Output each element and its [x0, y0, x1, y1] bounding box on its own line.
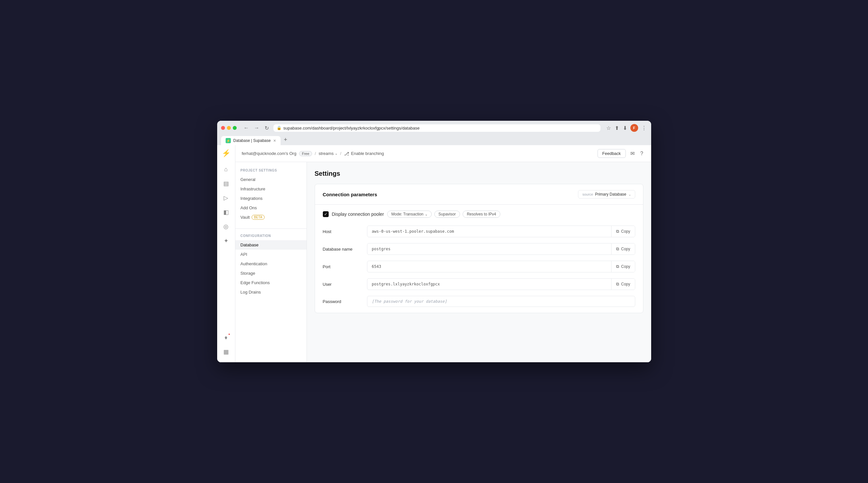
- port-form-field: Port ⧉ Copy: [323, 261, 635, 273]
- sidebar-item-notifications[interactable]: ♦: [219, 331, 232, 344]
- enable-branching-button[interactable]: ⎇ Enable branching: [344, 151, 384, 156]
- maximize-window-button[interactable]: [233, 126, 237, 130]
- org-name: ferhat@quicknode.com's Org: [242, 151, 297, 156]
- notification-badge: [228, 333, 230, 336]
- nav-buttons: ← → ↻: [242, 124, 271, 132]
- user-input-wrapper: ⧉ Copy: [367, 278, 635, 290]
- user-input[interactable]: [367, 279, 612, 289]
- dbname-input-wrapper: ⧉ Copy: [367, 243, 635, 255]
- nav-item-log-drains[interactable]: Log Drains: [236, 287, 307, 297]
- supavisor-badge[interactable]: Supavisor: [434, 210, 460, 218]
- nav-item-edge-functions[interactable]: Edge Functions: [236, 278, 307, 287]
- traffic-lights: [221, 126, 237, 130]
- password-label: Password: [323, 299, 362, 304]
- forward-button[interactable]: →: [252, 124, 261, 132]
- card-header: Connection parameters source Primary Dat…: [315, 184, 643, 205]
- menu-button[interactable]: ⋮: [641, 124, 647, 132]
- browser-actions: ☆ ⬆ ⬇ F ⋮: [606, 124, 647, 132]
- settings-nav: PROJECT SETTINGS General Infrastructure …: [236, 162, 307, 362]
- host-form-field: Host ⧉ Copy: [323, 226, 635, 237]
- dbname-copy-button[interactable]: ⧉ Copy: [611, 244, 634, 255]
- user-form-field: User ⧉ Copy: [323, 278, 635, 290]
- header-right: Feedback ✉ ?: [597, 149, 645, 158]
- copy-icon-2: ⧉: [616, 246, 619, 252]
- password-input-wrapper: [367, 296, 635, 307]
- nav-item-api[interactable]: API: [236, 250, 307, 259]
- tab-favicon: ⚡: [226, 138, 231, 143]
- mode-transaction-button[interactable]: Mode: Transaction ⌄: [387, 210, 432, 218]
- breadcrumb-sep-2: /: [340, 151, 341, 156]
- user-copy-button[interactable]: ⧉ Copy: [611, 279, 634, 290]
- close-window-button[interactable]: [221, 126, 225, 130]
- user-label: User: [323, 282, 362, 287]
- sidebar-item-storage2[interactable]: ◧: [219, 206, 232, 219]
- copy-icon-3: ⧉: [616, 264, 619, 269]
- copy-icon-4: ⧉: [616, 282, 619, 287]
- source-selector[interactable]: source Primary Database ⌄: [578, 190, 635, 199]
- dbname-label: Database name: [323, 247, 362, 252]
- address-bar[interactable]: 🔒 supabase.com/dashboard/project/lxlyayz…: [273, 124, 600, 132]
- icon-sidebar: ⚡ ⌂ ▤ ▷ ◧ ◎ ✦ ♦ ▦: [217, 145, 236, 362]
- nav-item-vault[interactable]: Vault BETA: [236, 212, 307, 222]
- nav-item-integrations[interactable]: Integrations: [236, 194, 307, 203]
- breadcrumb-sep-1: /: [315, 151, 316, 156]
- ipv4-badge[interactable]: Resolves to IPv4: [463, 210, 500, 218]
- supabase-logo[interactable]: ⚡: [222, 149, 230, 158]
- password-form-field: Password: [323, 296, 635, 307]
- source-chevron-icon: ⌄: [628, 193, 631, 196]
- minimize-window-button[interactable]: [227, 126, 231, 130]
- nav-item-authentication[interactable]: Authentication: [236, 259, 307, 268]
- page-title: Settings: [315, 170, 643, 177]
- password-input[interactable]: [367, 296, 635, 307]
- branch-icon: ⎇: [344, 151, 349, 156]
- streams-link[interactable]: streams ⌄: [318, 151, 337, 156]
- sidebar-item-home[interactable]: ⌂: [219, 163, 232, 176]
- sidebar-item-auth2[interactable]: ◎: [219, 220, 232, 233]
- source-value-text: Primary Database: [595, 192, 626, 197]
- back-button[interactable]: ←: [242, 124, 251, 132]
- plan-badge[interactable]: Free: [299, 151, 312, 156]
- share-button[interactable]: ⬆: [614, 124, 620, 132]
- nav-item-database[interactable]: Database: [236, 240, 307, 250]
- nav-item-infrastructure[interactable]: Infrastructure: [236, 184, 307, 194]
- new-tab-button[interactable]: +: [281, 135, 291, 145]
- port-input[interactable]: [367, 261, 612, 272]
- port-copy-button[interactable]: ⧉ Copy: [611, 261, 634, 272]
- sidebar-item-table[interactable]: ▤: [219, 177, 232, 190]
- copy-icon: ⧉: [616, 229, 619, 234]
- port-input-wrapper: ⧉ Copy: [367, 261, 635, 273]
- streams-label: streams: [318, 151, 334, 156]
- dbname-form-field: Database name ⧉ Copy: [323, 243, 635, 255]
- pooler-label: Display connection pooler: [332, 211, 384, 217]
- host-label: Host: [323, 229, 362, 234]
- page-content: Settings Connection parameters source Pr…: [307, 162, 651, 362]
- tab-close-button[interactable]: ×: [273, 138, 276, 143]
- bookmark-button[interactable]: ☆: [606, 124, 612, 132]
- user-avatar[interactable]: F: [630, 124, 638, 132]
- lock-icon: 🔒: [277, 125, 282, 130]
- vault-beta-badge: BETA: [252, 215, 264, 220]
- sidebar-item-realtime[interactable]: ✦: [219, 234, 232, 247]
- nav-item-addons[interactable]: Add Ons: [236, 203, 307, 212]
- nav-item-storage[interactable]: Storage: [236, 268, 307, 278]
- refresh-button[interactable]: ↻: [263, 124, 271, 132]
- mode-chevron-icon: ⌄: [425, 212, 428, 216]
- project-settings-section: PROJECT SETTINGS General Infrastructure …: [236, 169, 307, 222]
- nav-item-general[interactable]: General: [236, 175, 307, 184]
- mail-button[interactable]: ✉: [629, 149, 636, 158]
- host-copy-button[interactable]: ⧉ Copy: [611, 226, 634, 237]
- dbname-input[interactable]: [367, 244, 612, 254]
- branch-label: Enable branching: [351, 151, 384, 156]
- active-tab[interactable]: ⚡ Database | Supabase ×: [221, 136, 281, 145]
- pooler-checkbox[interactable]: ✓: [323, 211, 329, 217]
- app-header: ferhat@quicknode.com's Org Free / stream…: [236, 145, 651, 162]
- help-button[interactable]: ?: [639, 149, 645, 158]
- download-button[interactable]: ⬇: [622, 124, 628, 132]
- sidebar-item-terminal[interactable]: ▷: [219, 191, 232, 204]
- card-body: ✓ Display connection pooler Mode: Transa…: [315, 205, 643, 313]
- host-input[interactable]: [367, 226, 612, 237]
- sidebar-item-analytics[interactable]: ▦: [219, 345, 232, 358]
- configuration-title: CONFIGURATION: [236, 234, 307, 237]
- pooler-badges: Mode: Transaction ⌄ Supavisor Resolves t…: [387, 210, 500, 218]
- feedback-button[interactable]: Feedback: [597, 149, 626, 158]
